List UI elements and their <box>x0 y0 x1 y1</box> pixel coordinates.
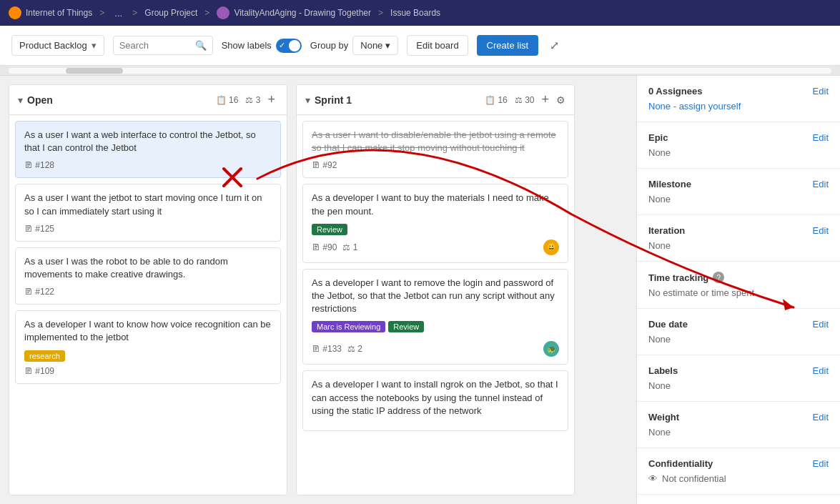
issue-icon-open: 📋 16 <box>216 95 239 105</box>
time-tracking-title: Time tracking <box>648 272 708 283</box>
labels-header: Labels Edit <box>648 365 829 376</box>
weight-header: Weight Edit <box>648 412 829 423</box>
horizontal-scrollbar[interactable] <box>0 66 840 76</box>
panel-confidentiality: Confidentiality Edit 👁 Not confidential <box>637 448 840 495</box>
label-review-133: Review <box>388 321 424 332</box>
card-title-90: As a developer I want to buy the materia… <box>312 192 559 217</box>
iteration-value: None <box>648 240 671 251</box>
project-link[interactable]: VitalityAndAging - Drawing Together <box>234 8 371 18</box>
card-id-92: 🖹 #92 <box>312 160 337 170</box>
card-id-90: 🖹 #90 <box>312 242 337 252</box>
due-date-edit-button[interactable]: Edit <box>813 319 829 330</box>
board-select[interactable]: Product Backlog ▾ <box>11 35 104 56</box>
confidentiality-title: Confidentiality <box>648 458 713 469</box>
card-title-92: As a user I want to disable/enable the j… <box>312 129 559 154</box>
scroll-thumb[interactable] <box>66 68 123 74</box>
page-link[interactable]: Issue Boards <box>390 8 440 18</box>
confidentiality-header: Confidentiality Edit <box>648 458 829 469</box>
card-122[interactable]: As a user I was the robot to be able to … <box>15 247 281 305</box>
card-title-125: As a user I want the jetbot to start mov… <box>24 192 272 217</box>
card-weight-133: ⚖ 2 <box>347 344 362 354</box>
add-issue-open-button[interactable]: + <box>265 92 278 107</box>
milestone-header: Milestone Edit <box>648 179 829 189</box>
label-review-90: Review <box>312 224 347 235</box>
panel-weight: Weight Edit None <box>637 402 840 448</box>
group-by-label: Group by <box>310 40 348 51</box>
right-panel: 0 Assignees Edit None - assign yourself … <box>636 76 840 504</box>
card-133[interactable]: As a developer I want to remove the logi… <box>302 269 568 365</box>
card-footer-109: 🖹 #109 <box>24 366 272 376</box>
card-ngrok[interactable]: As a developer I want to install ngrok o… <box>302 370 568 431</box>
weight-edit-button[interactable]: Edit <box>813 412 829 423</box>
weight-icon-sprint1: ⚖ 30 <box>515 95 535 105</box>
card-125[interactable]: As a user I want the jetbot to start mov… <box>15 184 281 241</box>
iteration-edit-button[interactable]: Edit <box>813 225 829 236</box>
card-id-125: 🖹 #125 <box>24 224 54 234</box>
due-date-value: None <box>648 334 671 345</box>
milestone-title: Milestone <box>648 179 691 189</box>
card-109[interactable]: As a developer I want to know how voice … <box>15 310 281 383</box>
card-title-128: As a user I want a web interface to cont… <box>24 129 272 154</box>
col-meta-open: 📋 16 ⚖ 3 <box>216 95 261 105</box>
due-date-header: Due date Edit <box>648 319 829 330</box>
card-weight-90: ⚖ 1 <box>342 242 357 252</box>
add-issue-sprint1-button[interactable]: + <box>538 92 552 107</box>
scroll-track-inner <box>9 68 831 74</box>
milestone-edit-button[interactable]: Edit <box>813 179 829 189</box>
assignees-title: 0 Assignees <box>648 86 702 97</box>
assignees-header: 0 Assignees Edit <box>648 86 829 97</box>
labels-edit-button[interactable]: Edit <box>813 365 829 376</box>
column-sprint1: ▾ Sprint 1 📋 16 ⚖ 30 + ⚙ As a user I wan… <box>296 84 575 495</box>
weight-title: Weight <box>648 412 679 423</box>
card-128[interactable]: As a user I want a web interface to cont… <box>15 121 281 178</box>
main-area: ▾ Open 📋 16 ⚖ 3 + As a user I want a web… <box>0 76 840 504</box>
collapse-open-button[interactable]: ▾ <box>18 94 23 106</box>
show-labels-container: Show labels ✓ <box>222 39 302 53</box>
edit-board-button[interactable]: Edit board <box>407 35 468 56</box>
iteration-title: Iteration <box>648 225 685 236</box>
card-title-122: As a user I was the robot to be able to … <box>24 255 272 281</box>
eye-icon: 👁 <box>648 473 658 484</box>
time-tracking-header: Time tracking ? <box>648 272 829 283</box>
org-icon <box>9 6 21 19</box>
epic-edit-button[interactable]: Edit <box>813 132 829 143</box>
confidentiality-value: Not confidential <box>662 473 726 484</box>
epic-title: Epic <box>648 132 668 143</box>
search-box[interactable]: 🔍 <box>113 36 213 55</box>
search-input[interactable] <box>119 40 191 51</box>
help-icon[interactable]: ? <box>713 272 724 283</box>
collapse-sprint1-button[interactable]: ▾ <box>305 94 310 106</box>
card-90[interactable]: As a developer I want to buy the materia… <box>302 184 568 262</box>
card-title-109: As a developer I want to know how voice … <box>24 318 272 344</box>
assignees-value[interactable]: None - assign yourself <box>648 101 741 112</box>
group-by-select[interactable]: None ▾ <box>352 36 398 55</box>
column-title-open: Open <box>27 94 212 106</box>
card-title-133: As a developer I want to remove the logi… <box>312 277 559 316</box>
project-icon <box>217 6 229 19</box>
org-link[interactable]: Internet of Things <box>26 8 92 18</box>
board-area: ▾ Open 📋 16 ⚖ 3 + As a user I want a web… <box>0 76 636 504</box>
board-select-label: Product Backlog <box>19 40 87 51</box>
chevron-down-icon: ▾ <box>385 40 390 51</box>
card-92[interactable]: As a user I want to disable/enable the j… <box>302 121 568 178</box>
show-labels-toggle[interactable]: ✓ <box>276 39 302 53</box>
more-button[interactable]: ... <box>112 6 125 20</box>
labels-title: Labels <box>648 365 678 376</box>
panel-labels: Labels Edit None <box>637 355 840 402</box>
card-footer-125: 🖹 #125 <box>24 224 272 234</box>
show-labels-label: Show labels <box>222 40 272 51</box>
fullscreen-button[interactable]: ⤢ <box>547 36 562 55</box>
column-cards-sprint1: As a user I want to disable/enable the j… <box>297 115 574 495</box>
panel-due-date: Due date Edit None <box>637 309 840 355</box>
column-title-sprint1: Sprint 1 <box>315 94 480 106</box>
settings-sprint1-button[interactable]: ⚙ <box>556 94 565 106</box>
assignees-edit-button[interactable]: Edit <box>813 86 829 97</box>
avatar-133: 🐢 <box>543 341 559 357</box>
label-marc-reviewing-133: Marc is Reviewing <box>312 321 385 332</box>
group-link[interactable]: Group Project <box>144 8 197 18</box>
avatar-90: 😀 <box>543 239 559 255</box>
card-footer-90: 🖹 #90 ⚖ 1 😀 <box>312 239 559 255</box>
create-list-button[interactable]: Create list <box>477 35 539 56</box>
confidentiality-edit-button[interactable]: Edit <box>813 458 829 469</box>
epic-value: None <box>648 147 671 158</box>
